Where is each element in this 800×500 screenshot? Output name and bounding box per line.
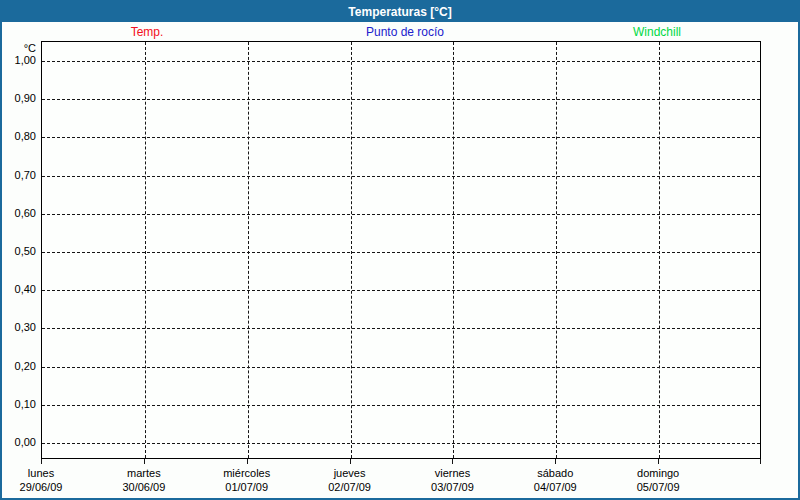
v-gridline xyxy=(248,42,249,458)
h-gridline xyxy=(42,367,760,368)
x-axis-tick xyxy=(144,459,145,464)
y-tick-label: 0,00 xyxy=(0,436,36,448)
y-axis-unit-label: °C xyxy=(0,42,36,54)
y-tick-label: 0,40 xyxy=(0,283,36,295)
h-gridline xyxy=(42,176,760,177)
y-tick-label: 0,90 xyxy=(0,92,36,104)
y-tick-label: 0,30 xyxy=(0,321,36,333)
v-gridline xyxy=(145,42,146,458)
x-day-label: domingo xyxy=(637,467,679,479)
v-gridline xyxy=(659,42,660,458)
x-date-label: 03/07/09 xyxy=(431,481,474,493)
x-date-label: 02/07/09 xyxy=(328,481,371,493)
h-gridline xyxy=(42,61,760,62)
chart-title: Temperaturas [°C] xyxy=(2,2,798,22)
h-gridline xyxy=(42,214,760,215)
x-axis-tick xyxy=(350,459,351,464)
x-day-label: viernes xyxy=(435,467,470,479)
h-gridline xyxy=(42,99,760,100)
y-tick-label: 1,00 xyxy=(0,54,36,66)
x-axis-tick xyxy=(247,459,248,464)
x-day-label: miércoles xyxy=(223,467,270,479)
x-axis-tick xyxy=(555,459,556,464)
x-date-label: 01/07/09 xyxy=(225,481,268,493)
temperature-chart-window: Temperaturas [°C] Temp. Punto de rocío W… xyxy=(0,0,800,500)
legend-item-windchill: Windchill xyxy=(633,25,681,39)
h-gridline xyxy=(42,443,760,444)
legend-item-dew-point: Punto de rocío xyxy=(366,25,444,39)
y-tick-label: 0,80 xyxy=(0,130,36,142)
x-date-label: 29/06/09 xyxy=(20,481,63,493)
y-tick-label: 0,60 xyxy=(0,207,36,219)
x-date-label: 30/06/09 xyxy=(122,481,165,493)
x-axis-tick xyxy=(760,459,761,464)
x-day-label: martes xyxy=(127,467,161,479)
y-tick-label: 0,70 xyxy=(0,169,36,181)
x-day-label: lunes xyxy=(28,467,54,479)
x-date-label: 05/07/09 xyxy=(637,481,680,493)
y-tick-label: 0,10 xyxy=(0,398,36,410)
h-gridline xyxy=(42,137,760,138)
h-gridline xyxy=(42,290,760,291)
v-gridline xyxy=(351,42,352,458)
x-day-label: jueves xyxy=(334,467,366,479)
y-tick-label: 0,20 xyxy=(0,360,36,372)
plot-area xyxy=(41,41,761,459)
v-gridline xyxy=(556,42,557,458)
y-tick-label: 0,50 xyxy=(0,245,36,257)
h-gridline xyxy=(42,252,760,253)
v-gridline xyxy=(453,42,454,458)
x-day-label: sábado xyxy=(537,467,573,479)
h-gridline xyxy=(42,328,760,329)
chart-legend: Temp. Punto de rocío Windchill xyxy=(2,24,798,40)
x-date-label: 04/07/09 xyxy=(534,481,577,493)
x-axis-tick xyxy=(41,459,42,464)
h-gridline xyxy=(42,405,760,406)
legend-item-temp: Temp. xyxy=(131,25,164,39)
x-axis-tick xyxy=(452,459,453,464)
x-axis-tick xyxy=(658,459,659,464)
